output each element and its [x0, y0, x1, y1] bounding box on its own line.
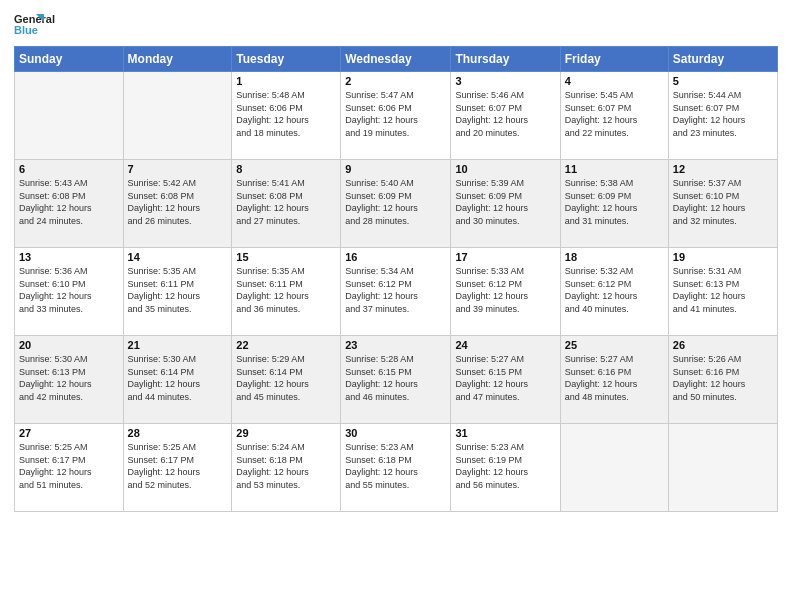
- weekday-header-saturday: Saturday: [668, 47, 777, 72]
- day-info: Sunrise: 5:25 AM Sunset: 6:17 PM Dayligh…: [128, 441, 228, 491]
- calendar-week-row: 1Sunrise: 5:48 AM Sunset: 6:06 PM Daylig…: [15, 72, 778, 160]
- day-info: Sunrise: 5:48 AM Sunset: 6:06 PM Dayligh…: [236, 89, 336, 139]
- calendar-week-row: 13Sunrise: 5:36 AM Sunset: 6:10 PM Dayli…: [15, 248, 778, 336]
- calendar-cell: 19Sunrise: 5:31 AM Sunset: 6:13 PM Dayli…: [668, 248, 777, 336]
- day-info: Sunrise: 5:34 AM Sunset: 6:12 PM Dayligh…: [345, 265, 446, 315]
- day-number: 11: [565, 163, 664, 175]
- calendar-cell: 29Sunrise: 5:24 AM Sunset: 6:18 PM Dayli…: [232, 424, 341, 512]
- day-info: Sunrise: 5:43 AM Sunset: 6:08 PM Dayligh…: [19, 177, 119, 227]
- day-info: Sunrise: 5:36 AM Sunset: 6:10 PM Dayligh…: [19, 265, 119, 315]
- day-number: 23: [345, 339, 446, 351]
- day-info: Sunrise: 5:44 AM Sunset: 6:07 PM Dayligh…: [673, 89, 773, 139]
- day-info: Sunrise: 5:35 AM Sunset: 6:11 PM Dayligh…: [236, 265, 336, 315]
- day-info: Sunrise: 5:23 AM Sunset: 6:19 PM Dayligh…: [455, 441, 555, 491]
- calendar-header-row: SundayMondayTuesdayWednesdayThursdayFrid…: [15, 47, 778, 72]
- calendar-cell: [668, 424, 777, 512]
- day-number: 4: [565, 75, 664, 87]
- calendar-cell: 12Sunrise: 5:37 AM Sunset: 6:10 PM Dayli…: [668, 160, 777, 248]
- logo-icon: General Blue: [14, 10, 74, 40]
- weekday-header-friday: Friday: [560, 47, 668, 72]
- day-number: 16: [345, 251, 446, 263]
- day-number: 30: [345, 427, 446, 439]
- calendar-cell: 6Sunrise: 5:43 AM Sunset: 6:08 PM Daylig…: [15, 160, 124, 248]
- day-info: Sunrise: 5:38 AM Sunset: 6:09 PM Dayligh…: [565, 177, 664, 227]
- day-info: Sunrise: 5:39 AM Sunset: 6:09 PM Dayligh…: [455, 177, 555, 227]
- day-info: Sunrise: 5:45 AM Sunset: 6:07 PM Dayligh…: [565, 89, 664, 139]
- calendar-cell: 15Sunrise: 5:35 AM Sunset: 6:11 PM Dayli…: [232, 248, 341, 336]
- day-number: 5: [673, 75, 773, 87]
- day-number: 2: [345, 75, 446, 87]
- calendar-cell: 22Sunrise: 5:29 AM Sunset: 6:14 PM Dayli…: [232, 336, 341, 424]
- day-number: 3: [455, 75, 555, 87]
- calendar-cell: 24Sunrise: 5:27 AM Sunset: 6:15 PM Dayli…: [451, 336, 560, 424]
- day-number: 24: [455, 339, 555, 351]
- weekday-header-thursday: Thursday: [451, 47, 560, 72]
- day-number: 19: [673, 251, 773, 263]
- calendar-cell: 31Sunrise: 5:23 AM Sunset: 6:19 PM Dayli…: [451, 424, 560, 512]
- calendar-cell: [560, 424, 668, 512]
- day-number: 7: [128, 163, 228, 175]
- calendar-cell: 3Sunrise: 5:46 AM Sunset: 6:07 PM Daylig…: [451, 72, 560, 160]
- day-info: Sunrise: 5:26 AM Sunset: 6:16 PM Dayligh…: [673, 353, 773, 403]
- day-info: Sunrise: 5:33 AM Sunset: 6:12 PM Dayligh…: [455, 265, 555, 315]
- day-number: 28: [128, 427, 228, 439]
- calendar-cell: 17Sunrise: 5:33 AM Sunset: 6:12 PM Dayli…: [451, 248, 560, 336]
- logo: General Blue: [14, 10, 74, 40]
- day-number: 13: [19, 251, 119, 263]
- calendar-cell: 27Sunrise: 5:25 AM Sunset: 6:17 PM Dayli…: [15, 424, 124, 512]
- weekday-header-monday: Monday: [123, 47, 232, 72]
- calendar-cell: 7Sunrise: 5:42 AM Sunset: 6:08 PM Daylig…: [123, 160, 232, 248]
- day-number: 8: [236, 163, 336, 175]
- day-number: 15: [236, 251, 336, 263]
- day-info: Sunrise: 5:24 AM Sunset: 6:18 PM Dayligh…: [236, 441, 336, 491]
- calendar-week-row: 27Sunrise: 5:25 AM Sunset: 6:17 PM Dayli…: [15, 424, 778, 512]
- day-info: Sunrise: 5:29 AM Sunset: 6:14 PM Dayligh…: [236, 353, 336, 403]
- calendar-cell: 26Sunrise: 5:26 AM Sunset: 6:16 PM Dayli…: [668, 336, 777, 424]
- day-number: 31: [455, 427, 555, 439]
- day-number: 27: [19, 427, 119, 439]
- page-header: General Blue: [14, 10, 778, 40]
- day-number: 25: [565, 339, 664, 351]
- day-info: Sunrise: 5:46 AM Sunset: 6:07 PM Dayligh…: [455, 89, 555, 139]
- calendar-cell: 30Sunrise: 5:23 AM Sunset: 6:18 PM Dayli…: [341, 424, 451, 512]
- day-number: 22: [236, 339, 336, 351]
- weekday-header-sunday: Sunday: [15, 47, 124, 72]
- day-info: Sunrise: 5:41 AM Sunset: 6:08 PM Dayligh…: [236, 177, 336, 227]
- calendar-cell: 21Sunrise: 5:30 AM Sunset: 6:14 PM Dayli…: [123, 336, 232, 424]
- calendar-cell: [123, 72, 232, 160]
- calendar-cell: 4Sunrise: 5:45 AM Sunset: 6:07 PM Daylig…: [560, 72, 668, 160]
- day-number: 1: [236, 75, 336, 87]
- calendar-week-row: 6Sunrise: 5:43 AM Sunset: 6:08 PM Daylig…: [15, 160, 778, 248]
- calendar-cell: 2Sunrise: 5:47 AM Sunset: 6:06 PM Daylig…: [341, 72, 451, 160]
- day-number: 18: [565, 251, 664, 263]
- calendar-cell: 5Sunrise: 5:44 AM Sunset: 6:07 PM Daylig…: [668, 72, 777, 160]
- day-number: 21: [128, 339, 228, 351]
- calendar-cell: 8Sunrise: 5:41 AM Sunset: 6:08 PM Daylig…: [232, 160, 341, 248]
- day-info: Sunrise: 5:31 AM Sunset: 6:13 PM Dayligh…: [673, 265, 773, 315]
- day-info: Sunrise: 5:28 AM Sunset: 6:15 PM Dayligh…: [345, 353, 446, 403]
- day-info: Sunrise: 5:27 AM Sunset: 6:16 PM Dayligh…: [565, 353, 664, 403]
- calendar-table: SundayMondayTuesdayWednesdayThursdayFrid…: [14, 46, 778, 512]
- weekday-header-tuesday: Tuesday: [232, 47, 341, 72]
- day-number: 26: [673, 339, 773, 351]
- day-info: Sunrise: 5:25 AM Sunset: 6:17 PM Dayligh…: [19, 441, 119, 491]
- day-info: Sunrise: 5:32 AM Sunset: 6:12 PM Dayligh…: [565, 265, 664, 315]
- svg-text:Blue: Blue: [14, 24, 38, 36]
- day-number: 14: [128, 251, 228, 263]
- day-number: 9: [345, 163, 446, 175]
- calendar-cell: 9Sunrise: 5:40 AM Sunset: 6:09 PM Daylig…: [341, 160, 451, 248]
- calendar-cell: 11Sunrise: 5:38 AM Sunset: 6:09 PM Dayli…: [560, 160, 668, 248]
- calendar-cell: [15, 72, 124, 160]
- calendar-cell: 14Sunrise: 5:35 AM Sunset: 6:11 PM Dayli…: [123, 248, 232, 336]
- calendar-cell: 18Sunrise: 5:32 AM Sunset: 6:12 PM Dayli…: [560, 248, 668, 336]
- day-info: Sunrise: 5:23 AM Sunset: 6:18 PM Dayligh…: [345, 441, 446, 491]
- day-info: Sunrise: 5:35 AM Sunset: 6:11 PM Dayligh…: [128, 265, 228, 315]
- calendar-cell: 13Sunrise: 5:36 AM Sunset: 6:10 PM Dayli…: [15, 248, 124, 336]
- calendar-cell: 25Sunrise: 5:27 AM Sunset: 6:16 PM Dayli…: [560, 336, 668, 424]
- day-number: 29: [236, 427, 336, 439]
- day-number: 12: [673, 163, 773, 175]
- calendar-cell: 1Sunrise: 5:48 AM Sunset: 6:06 PM Daylig…: [232, 72, 341, 160]
- day-info: Sunrise: 5:37 AM Sunset: 6:10 PM Dayligh…: [673, 177, 773, 227]
- calendar-cell: 28Sunrise: 5:25 AM Sunset: 6:17 PM Dayli…: [123, 424, 232, 512]
- calendar-week-row: 20Sunrise: 5:30 AM Sunset: 6:13 PM Dayli…: [15, 336, 778, 424]
